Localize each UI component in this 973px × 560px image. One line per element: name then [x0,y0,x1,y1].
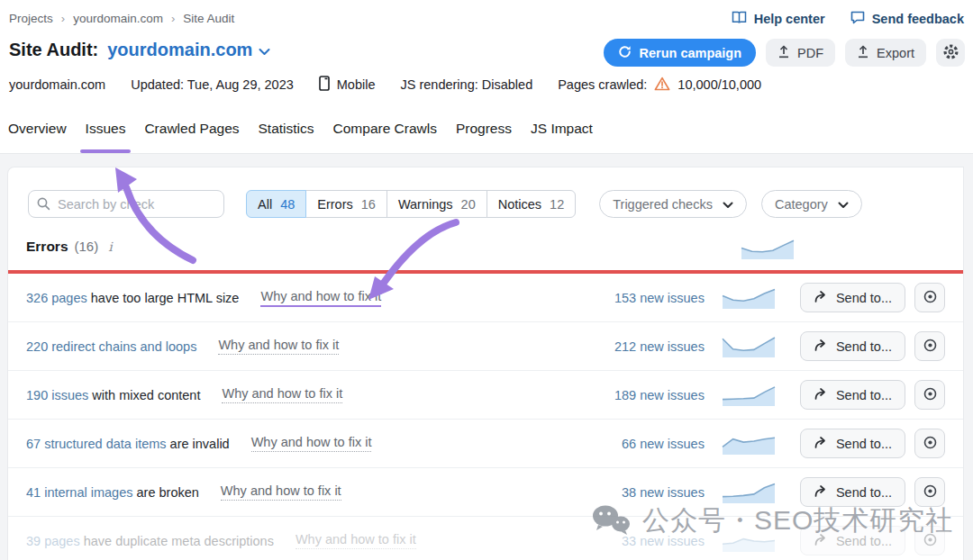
send-arrow-icon [814,484,828,501]
eye-icon [923,289,938,307]
why-how-to-fix-link[interactable]: Why and how to fix it [222,386,342,403]
send-to-button[interactable]: Send to... [800,331,905,361]
issue-trend-sparkline [721,480,777,505]
segment-all[interactable]: All48 [246,190,306,218]
send-to-button[interactable]: Send to... [800,283,905,312]
breadcrumb-item[interactable]: Site Audit [183,12,234,25]
new-issues-link[interactable]: 66 new issues [596,437,705,451]
help-center-label: Help center [754,12,825,26]
refresh-icon [618,45,632,61]
pdf-label: PDF [797,46,823,60]
send-arrow-icon [814,290,828,306]
top-links: Help center Send feedback [732,11,964,27]
segment-notices[interactable]: Notices12 [486,190,577,218]
new-issues-link[interactable]: 33 new issues [596,534,705,548]
issue-row: 41 internal images are brokenWhy and how… [8,468,963,517]
issue-count-link[interactable]: 190 issues [26,388,88,402]
hide-issue-button[interactable] [914,429,945,458]
issue-count-link[interactable]: 326 pages [26,291,87,305]
meta-js-rendering: JS rendering: Disabled [401,77,533,92]
segment-errors[interactable]: Errors16 [305,190,387,218]
hide-issue-button[interactable] [914,526,945,555]
send-to-button[interactable]: Send to... [800,429,905,458]
send-feedback-link[interactable]: Send feedback [850,11,964,27]
issue-description: 41 internal images are broken [26,485,199,500]
issue-count-link[interactable]: 220 redirect chains and loops [26,339,196,354]
pdf-button[interactable]: PDF [766,39,835,67]
why-how-to-fix-link[interactable]: Why and how to fix it [218,338,339,355]
new-issues-link[interactable]: 38 new issues [596,485,705,500]
help-center-icon [732,11,747,27]
issue-count-link[interactable]: 41 internal images [26,485,133,500]
issue-trend-sparkline [721,334,777,359]
warning-icon[interactable] [654,77,670,94]
send-to-label: Send to... [836,534,892,548]
chevron-down-icon [723,197,733,212]
campaign-meta: yourdomain.com Updated: Tue, Aug 29, 202… [9,76,761,94]
search-box [28,190,224,218]
why-how-to-fix-link[interactable]: Why and how to fix it [251,435,372,452]
meta-pages-crawled: Pages crawled: 10,000/10,000 [558,77,761,94]
send-to-label: Send to... [836,485,892,500]
segment-warnings[interactable]: Warnings20 [386,190,487,218]
tab-compare-crawls[interactable]: Compare Crawls [332,119,438,153]
export-button[interactable]: Export [845,39,926,67]
pages-crawled-label: Pages crawled: [558,77,647,92]
send-to-label: Send to... [836,339,892,354]
tab-overview[interactable]: Overview [7,119,68,153]
errors-section-count: (16) [75,239,99,254]
tab-js-impact[interactable]: JS Impact [530,119,594,153]
campaign-selector[interactable]: yourdomain.com [107,40,270,60]
filter-row: All48Errors16Warnings20Notices12 Trigger… [28,190,862,218]
category-label: Category [775,197,828,212]
errors-section-title: Errors [26,239,68,255]
breadcrumb-item[interactable]: Projects [9,12,53,25]
why-how-to-fix-link[interactable]: Why and how to fix it [296,532,416,549]
new-issues-link[interactable]: 189 new issues [596,388,705,402]
issue-row: 39 pages have duplicate meta description… [8,517,963,560]
send-to-button[interactable]: Send to... [800,380,905,410]
meta-domain: yourdomain.com [9,77,105,92]
segment-count: 16 [361,197,376,212]
pages-crawled-value: 10,000/10,000 [677,77,761,92]
category-dropdown[interactable]: Category [761,190,862,218]
eye-icon [923,386,938,404]
tab-progress[interactable]: Progress [455,119,513,153]
send-to-button[interactable]: Send to... [800,477,905,507]
issue-description: 39 pages have duplicate meta description… [26,534,274,548]
issue-count-link[interactable]: 67 structured data items [26,437,167,451]
send-to-button[interactable]: Send to... [800,526,905,555]
tab-issues[interactable]: Issues [85,119,127,153]
eye-icon [923,483,938,501]
triggered-checks-dropdown[interactable]: Triggered checks [599,190,747,218]
export-label: Export [877,46,914,60]
hide-issue-button[interactable] [914,331,945,361]
help-center-link[interactable]: Help center [732,11,825,27]
hide-issue-button[interactable] [914,477,945,507]
hide-issue-button[interactable] [914,380,945,410]
send-arrow-icon [814,436,828,452]
why-how-to-fix-link[interactable]: Why and how to fix it [221,483,341,501]
send-arrow-icon [814,533,828,549]
tab-statistics[interactable]: Statistics [258,119,315,153]
upload-icon [857,45,869,61]
tab-crawled-pages[interactable]: Crawled Pages [143,119,240,153]
settings-button[interactable] [936,39,965,67]
info-icon[interactable]: i [108,239,112,254]
send-feedback-label: Send feedback [872,12,964,26]
new-issues-link[interactable]: 212 new issues [596,339,705,354]
hide-issue-button[interactable] [914,283,945,312]
header-actions: Rerun campaign PDF Export [604,39,965,67]
segment-count: 48 [280,197,295,212]
eye-icon [923,435,938,453]
new-issues-link[interactable]: 153 new issues [596,291,705,305]
gear-icon [942,43,959,63]
why-how-to-fix-link[interactable]: Why and how to fix it [260,289,381,307]
breadcrumb-item[interactable]: yourdomain.com [73,12,163,25]
search-input[interactable] [28,190,224,218]
rerun-campaign-label: Rerun campaign [639,46,741,60]
chevron-down-icon [259,40,270,60]
issue-count-link[interactable]: 39 pages [26,534,80,548]
errors-trend-sparkline [740,236,796,263]
rerun-campaign-button[interactable]: Rerun campaign [604,39,756,67]
